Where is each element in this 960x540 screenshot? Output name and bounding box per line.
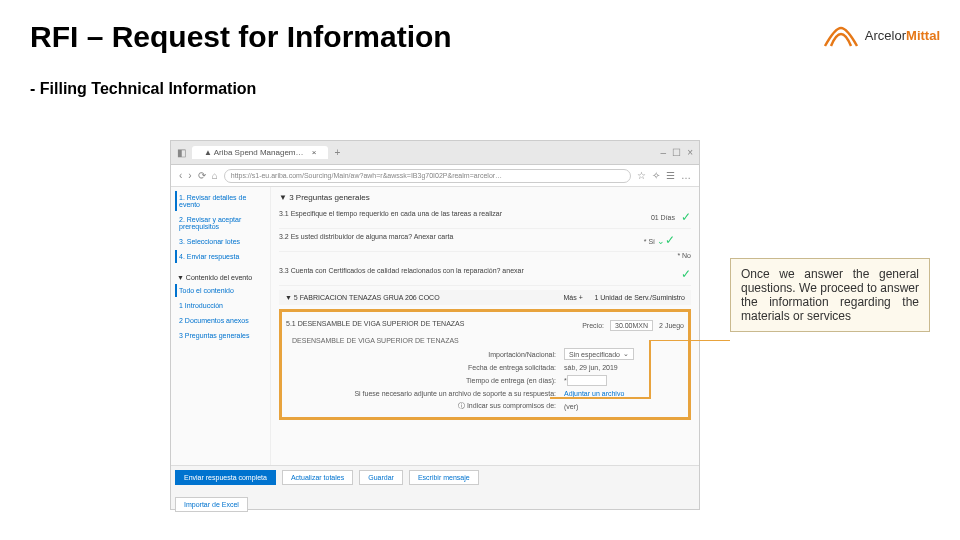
- more-icon[interactable]: …: [681, 170, 691, 181]
- check-icon: ✓: [665, 233, 675, 247]
- section-5-bar[interactable]: ▼ 5 FABRICACION TENAZAS GRUA 206 COCO Má…: [279, 290, 691, 305]
- embedded-screenshot: ◧ ▲ Ariba Spend Managem… × + – ☐ × ‹ › ⟳…: [170, 140, 700, 510]
- check-icon: ✓: [681, 267, 691, 281]
- new-tab-icon[interactable]: +: [334, 147, 340, 158]
- company-logo: ArcelorMittal: [821, 20, 940, 50]
- sidebar-step-3[interactable]: 3. Seleccionar lotes: [175, 235, 266, 248]
- main-panel: ▼ 3 Preguntas generales 3.1 Especifique …: [271, 187, 699, 465]
- q33-text: 3.3 Cuenta con Certificados de calidad r…: [279, 267, 571, 274]
- slide-subtitle: - Filling Technical Information: [30, 80, 256, 98]
- section-5-more[interactable]: Más +: [564, 294, 583, 301]
- callout-connector: [550, 400, 730, 402]
- logo-text: ArcelorMittal: [865, 28, 940, 43]
- home-icon[interactable]: ⌂: [212, 170, 218, 181]
- reader-icon[interactable]: ☰: [666, 170, 675, 181]
- sidebar-content-docs[interactable]: 2 Documentos anexos: [175, 314, 266, 327]
- save-button[interactable]: Guardar: [359, 470, 403, 485]
- import-excel-button[interactable]: Importar de Excel: [175, 497, 248, 512]
- q32-no[interactable]: No: [682, 252, 691, 259]
- item51-text: 5.1 DESENSAMBLE DE VIGA SUPERIOR DE TENA…: [286, 320, 504, 327]
- forward-icon[interactable]: ›: [188, 170, 191, 181]
- sidebar-step-2[interactable]: 2. Revisar y aceptar prerequisitos: [175, 213, 266, 233]
- question-3-3: 3.3 Cuenta con Certificados de calidad r…: [279, 263, 691, 286]
- q31-answer[interactable]: 01 Días: [651, 214, 675, 221]
- callout-box: Once we answer the general questions. We…: [730, 258, 930, 332]
- question-3-2b: * No: [279, 252, 691, 263]
- q32-text: 3.2 Es usted distribuidor de alguna marc…: [279, 233, 571, 240]
- browser-tab[interactable]: ▲ Ariba Spend Managem… ×: [192, 146, 328, 159]
- browser-tab-bar: ◧ ▲ Ariba Spend Managem… × + – ☐ ×: [171, 141, 699, 165]
- question-3-2: 3.2 Es usted distribuidor de alguna marc…: [279, 229, 691, 252]
- action-bar: Enviar respuesta completa Actualizar tot…: [171, 465, 699, 509]
- tab-corner-icon: ◧: [177, 147, 186, 158]
- sidebar-content-questions[interactable]: 3 Preguntas generales: [175, 329, 266, 342]
- sidebar-step-4[interactable]: 4. Enviar respuesta: [175, 250, 266, 263]
- item51-price-input[interactable]: 30.00MXN: [610, 320, 653, 331]
- compose-button[interactable]: Escribir mensaje: [409, 470, 479, 485]
- section-5-unit: 1 Unidad de Serv./Suministro: [594, 294, 685, 301]
- form-leadtime-label: Tiempo de entrega (en días):: [286, 377, 564, 384]
- sidebar-content-head[interactable]: ▼ Contenido del evento: [175, 271, 266, 284]
- form-commit-value[interactable]: (ver): [564, 403, 684, 410]
- sidebar-content-intro[interactable]: 1 Introducción: [175, 299, 266, 312]
- browser-url-bar: ‹ › ⟳ ⌂ https://s1-eu.ariba.com/Sourcing…: [171, 165, 699, 187]
- form-date-label: Fecha de entrega solicitada:: [286, 364, 564, 371]
- star-icon[interactable]: ☆: [637, 170, 646, 181]
- item51-qty: 2 Juego: [659, 322, 684, 329]
- section-5-title: ▼ 5 FABRICACION TENAZAS GRUA 206 COCO: [285, 294, 440, 301]
- form-import-label: Importación/Nacional:: [286, 351, 564, 358]
- section-3-head[interactable]: ▼ 3 Preguntas generales: [279, 193, 691, 202]
- check-icon: ✓: [681, 210, 691, 224]
- logo-arc-icon: [821, 20, 861, 50]
- tab-close-icon[interactable]: ×: [312, 148, 317, 157]
- info-icon: ⓘ: [458, 402, 465, 409]
- item51-price-label: Precio:: [582, 322, 604, 329]
- tab-favicon-icon: ▲: [204, 148, 212, 157]
- question-3-1: 3.1 Especifique el tiempo requerido en c…: [279, 206, 691, 229]
- sidebar-step-1[interactable]: 1. Revisar detalles de evento: [175, 191, 266, 211]
- window-minimize-icon[interactable]: –: [661, 147, 667, 158]
- event-sidebar: 1. Revisar detalles de evento 2. Revisar…: [171, 187, 271, 465]
- slide-title: RFI – Request for Information: [30, 20, 452, 54]
- window-maximize-icon[interactable]: ☐: [672, 147, 681, 158]
- check-icon: ⌄: [657, 236, 665, 246]
- bookmark-icon[interactable]: ✧: [652, 170, 660, 181]
- form-commit-label: Indicar sus compromisos de:: [467, 402, 556, 409]
- q31-text: 3.1 Especifique el tiempo requerido en c…: [279, 210, 571, 217]
- sidebar-content-all[interactable]: Todo el contenido: [175, 284, 266, 297]
- item-5-1: 5.1 DESENSAMBLE DE VIGA SUPERIOR DE TENA…: [286, 316, 684, 335]
- back-icon[interactable]: ‹: [179, 170, 182, 181]
- submit-button[interactable]: Enviar respuesta completa: [175, 470, 276, 485]
- form-attach-label: Si fuese necesario adjunte un archivo de…: [286, 390, 564, 397]
- tab-title: Ariba Spend Managem…: [214, 148, 304, 157]
- update-totals-button[interactable]: Actualizar totales: [282, 470, 353, 485]
- url-input[interactable]: https://s1-eu.ariba.com/Sourcing/Main/aw…: [224, 169, 631, 183]
- window-close-icon[interactable]: ×: [687, 147, 693, 158]
- q32-yes[interactable]: Sí: [648, 238, 655, 245]
- refresh-icon[interactable]: ⟳: [198, 170, 206, 181]
